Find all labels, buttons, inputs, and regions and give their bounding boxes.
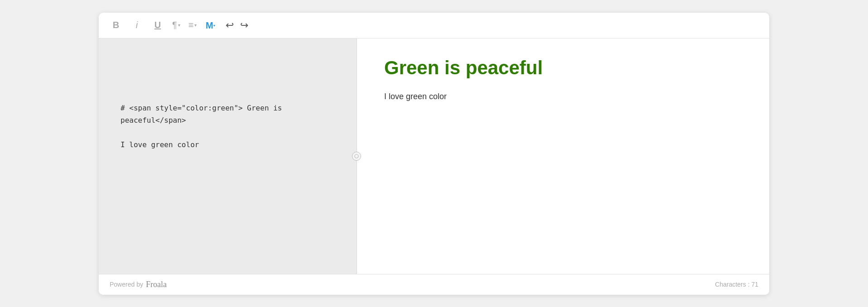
source-panel[interactable]: # <span style="color:green"> Green is pe… — [99, 38, 357, 274]
align-dropdown-arrow: ▾ — [194, 23, 197, 28]
editor-container: B i U ▾ ▾ M ↩ ↪ # <span style="color:gre… — [99, 13, 769, 295]
markdown-button[interactable]: M — [205, 19, 217, 32]
resize-handle[interactable] — [352, 152, 361, 161]
preview-panel: Green is peaceful I love green color — [357, 38, 769, 274]
toolbar: B i U ▾ ▾ M ↩ ↪ — [99, 13, 769, 38]
powered-by-label: Powered by — [110, 281, 143, 288]
paragraph-icon — [172, 20, 177, 30]
bold-button[interactable]: B — [110, 19, 122, 32]
paragraph-dropdown-button[interactable]: ▾ — [172, 20, 180, 30]
froala-brand-name: Froala — [146, 280, 167, 289]
footer: Powered by Froala Characters : 71 — [99, 274, 769, 295]
drag-icon — [354, 154, 359, 158]
preview-heading: Green is peaceful — [384, 57, 742, 79]
markdown-icon: M — [206, 20, 217, 30]
svg-marker-1 — [213, 25, 215, 27]
preview-body: I love green color — [384, 90, 742, 103]
italic-button[interactable]: i — [130, 19, 143, 32]
character-count: Characters : 71 — [715, 281, 758, 288]
redo-button[interactable]: ↪ — [240, 19, 248, 31]
powered-by: Powered by Froala — [110, 280, 167, 289]
align-icon — [188, 20, 194, 30]
align-dropdown-button[interactable]: ▾ — [188, 20, 197, 30]
undo-button[interactable]: ↩ — [226, 19, 234, 31]
editor-body: # <span style="color:green"> Green is pe… — [99, 38, 769, 274]
underline-button[interactable]: U — [151, 19, 164, 32]
svg-text:M: M — [206, 20, 213, 30]
paragraph-dropdown-arrow: ▾ — [178, 23, 180, 28]
source-code[interactable]: # <span style="color:green"> Green is pe… — [121, 102, 338, 151]
svg-point-2 — [355, 154, 358, 158]
undo-redo-group: ↩ ↪ — [226, 19, 248, 31]
